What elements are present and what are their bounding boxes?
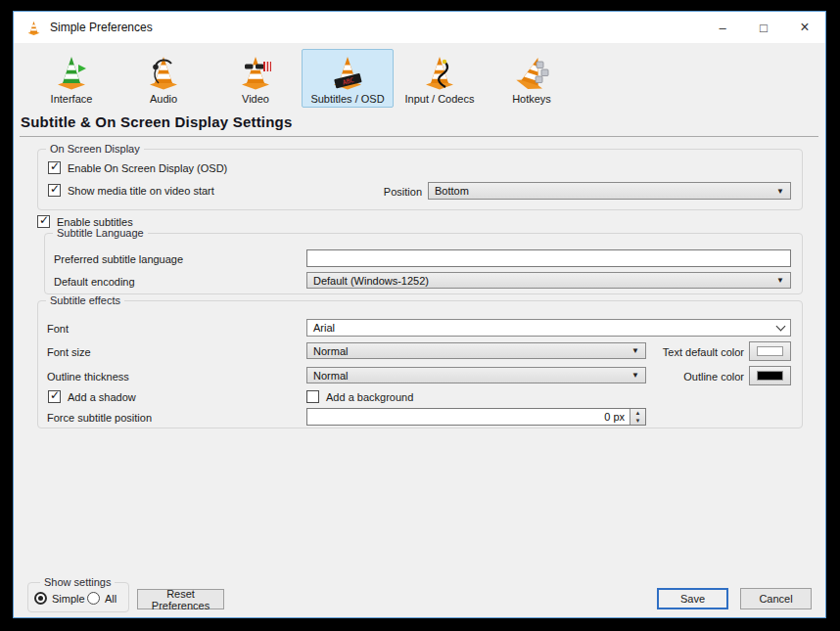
checkbox-label: Add a background — [326, 391, 413, 403]
show-media-title-checkbox[interactable]: Show media title on video start — [48, 184, 214, 197]
default-encoding-label: Default encoding — [54, 276, 135, 288]
audio-cone-icon — [144, 53, 183, 92]
tab-hotkeys[interactable]: Hotkeys — [486, 49, 578, 108]
enable-osd-checkbox[interactable]: Enable On Screen Display (OSD) — [48, 161, 227, 174]
category-toolbar: Interface Audio — [25, 49, 578, 108]
text-default-color-button[interactable] — [749, 341, 791, 361]
outline-thickness-label: Outline thickness — [47, 371, 129, 383]
tab-label: Audio — [150, 93, 177, 105]
outline-thickness-value: Normal — [313, 370, 628, 382]
outline-color-label: Outline color — [626, 371, 744, 383]
checkbox-box — [306, 390, 319, 403]
dropdown-arrow-icon: ▼ — [776, 187, 784, 196]
cancel-button[interactable]: Cancel — [740, 588, 812, 609]
input-codecs-cone-icon — [420, 53, 459, 92]
font-combobox[interactable]: Arial — [306, 319, 791, 337]
video-cone-icon — [236, 53, 275, 92]
tab-audio[interactable]: Audio — [117, 49, 210, 108]
spinner-buttons[interactable]: ▲ ▼ — [630, 409, 645, 425]
preferred-language-field-wrap — [306, 249, 791, 267]
titlebar: Simple Preferences – □ × — [14, 12, 825, 43]
add-background-checkbox[interactable]: Add a background — [306, 390, 413, 403]
preferred-language-label: Preferred subtitle language — [54, 253, 183, 265]
maximize-icon[interactable]: □ — [743, 12, 784, 43]
position-select[interactable]: Bottom ▼ — [428, 182, 791, 200]
checkbox-box — [48, 390, 61, 403]
simple-preferences-window: Simple Preferences – □ × Interface — [13, 11, 826, 618]
tab-label: Interface — [51, 93, 93, 105]
font-size-select[interactable]: Normal ▼ — [306, 342, 646, 359]
force-subtitle-position-spinbox[interactable]: 0 px ▲ ▼ — [306, 408, 646, 426]
position-value: Bottom — [435, 185, 772, 197]
subtitles-cone-icon: ABC — [328, 53, 367, 92]
add-shadow-checkbox[interactable]: Add a shadow — [48, 390, 136, 403]
show-settings-simple-radio[interactable]: Simple — [34, 592, 85, 605]
spin-up-icon[interactable]: ▲ — [630, 409, 645, 417]
show-settings-groupbox: Show settings Simple All — [27, 582, 129, 612]
radio-label: All — [105, 593, 117, 605]
chevron-down-icon — [776, 321, 786, 331]
text-color-swatch — [757, 346, 783, 356]
tab-interface[interactable]: Interface — [25, 49, 117, 108]
spin-down-icon[interactable]: ▼ — [630, 417, 645, 425]
checkbox-box — [48, 184, 61, 197]
minimize-icon[interactable]: – — [702, 12, 743, 43]
show-settings-title: Show settings — [40, 576, 115, 588]
radio-circle — [87, 592, 100, 605]
outline-thickness-select[interactable]: Normal ▼ — [306, 367, 646, 383]
checkbox-label: Enable On Screen Display (OSD) — [68, 162, 227, 174]
osd-group-title: On Screen Display — [46, 143, 144, 155]
tab-subtitles-osd[interactable]: ABC Subtitles / OSD — [302, 49, 394, 108]
checkbox-box — [37, 215, 50, 228]
heading-divider — [20, 136, 818, 137]
force-subtitle-position-label: Force subtitle position — [47, 412, 152, 424]
checkbox-label: Show media title on video start — [68, 185, 214, 197]
tab-video[interactable]: Video — [210, 49, 302, 108]
save-button[interactable]: Save — [657, 588, 728, 609]
tab-input-codecs[interactable]: Input / Codecs — [394, 49, 486, 108]
tab-label: Hotkeys — [512, 93, 551, 105]
tab-label: Video — [242, 93, 269, 105]
show-settings-all-radio[interactable]: All — [87, 592, 117, 605]
font-size-value: Normal — [313, 345, 628, 357]
vlc-cone-icon — [25, 20, 42, 36]
outline-color-swatch — [757, 371, 783, 381]
radio-label: Simple — [52, 593, 85, 605]
hotkeys-cone-icon — [512, 53, 551, 92]
checkbox-box — [48, 161, 61, 174]
osd-groupbox: On Screen Display Enable On Screen Displ… — [37, 149, 803, 210]
close-icon[interactable]: × — [784, 12, 825, 43]
dropdown-arrow-icon: ▼ — [776, 276, 784, 285]
tab-label: Subtitles / OSD — [310, 93, 384, 105]
radio-circle — [34, 592, 47, 605]
tab-label: Input / Codecs — [405, 93, 475, 105]
outline-color-button[interactable] — [749, 366, 791, 385]
subtitle-language-group-title: Subtitle Language — [53, 227, 148, 239]
interface-cone-icon — [52, 53, 91, 92]
subtitle-effects-groupbox: Subtitle effects Font Arial Font size No… — [37, 300, 803, 428]
font-label: Font — [47, 323, 69, 335]
window-title: Simple Preferences — [50, 21, 153, 34]
text-default-color-label: Text default color — [626, 346, 744, 358]
font-value: Arial — [313, 322, 777, 334]
reset-preferences-button[interactable]: Reset Preferences — [137, 589, 224, 609]
subtitle-effects-group-title: Subtitle effects — [46, 294, 124, 306]
font-size-label: Font size — [47, 346, 91, 358]
checkbox-label: Enable subtitles — [57, 216, 133, 228]
page-title: Subtitle & On Screen Display Settings — [21, 113, 292, 130]
subtitle-language-groupbox: Subtitle Language Preferred subtitle lan… — [44, 233, 803, 294]
force-subtitle-position-value: 0 px — [307, 409, 630, 425]
default-encoding-value: Default (Windows-1252) — [313, 275, 772, 287]
screen-background: Simple Preferences – □ × Interface — [0, 0, 840, 631]
default-encoding-select[interactable]: Default (Windows-1252) ▼ — [306, 272, 791, 289]
window-controls: – □ × — [702, 12, 825, 43]
position-label: Position — [361, 186, 422, 198]
preferred-language-input[interactable] — [306, 249, 791, 267]
checkbox-label: Add a shadow — [68, 391, 136, 403]
